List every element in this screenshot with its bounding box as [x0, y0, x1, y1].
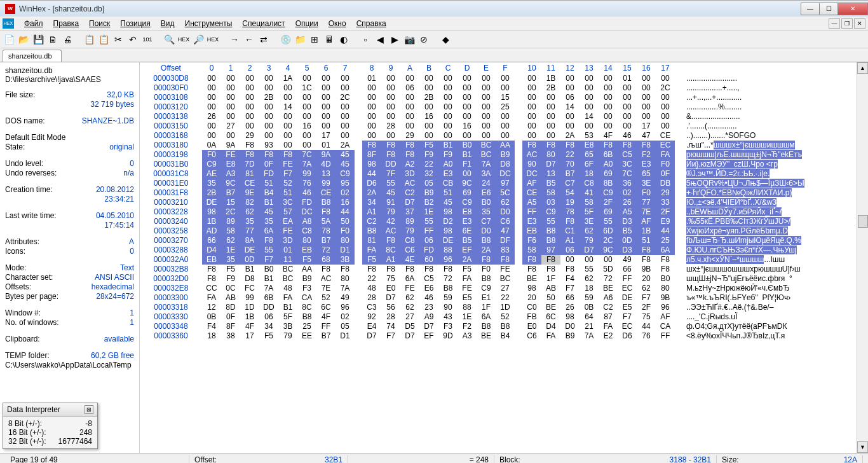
hex-byte[interactable]: 44	[637, 322, 656, 331]
hex-row[interactable]: 00003198F0FEF8F8F87C9A458FF8F8F9F9B1BCB9…	[140, 150, 857, 160]
hex-byte[interactable]: B8	[477, 274, 496, 284]
ascii-cell[interactable]: .'.......(..............	[675, 121, 837, 131]
hex-byte[interactable]: 00	[599, 102, 618, 112]
hex-byte[interactable]: EF	[419, 331, 438, 341]
hex-byte[interactable]: BC	[496, 274, 515, 284]
hex-byte[interactable]: 00	[522, 83, 541, 93]
hex-byte[interactable]: 00	[297, 112, 316, 121]
hex-byte[interactable]: B5	[618, 226, 637, 236]
hex-byte[interactable]: 00	[316, 112, 336, 121]
hex-byte[interactable]: 60	[419, 255, 438, 265]
hex-byte[interactable]: 00	[618, 112, 637, 121]
hex-byte[interactable]: 87	[599, 312, 618, 322]
hex-byte[interactable]: 2A	[458, 255, 477, 265]
hex-byte[interactable]: F8	[541, 265, 560, 274]
hex-byte[interactable]: 88	[458, 303, 477, 312]
hex-byte[interactable]: 20	[637, 274, 656, 284]
hex-byte[interactable]: 00	[618, 93, 637, 102]
hex-byte[interactable]: EE	[297, 331, 316, 341]
hex-byte[interactable]: 9B	[656, 293, 675, 303]
hex-byte[interactable]: 18	[202, 331, 221, 341]
hex-byte[interactable]: 13	[316, 169, 336, 179]
hex-byte[interactable]: B1	[240, 265, 259, 274]
hex-editor[interactable]: Offset 0123456789ABCDEF1011121314151617 …	[140, 62, 857, 453]
hex-byte[interactable]: 45	[259, 207, 278, 217]
ascii-cell[interactable]: fbЉш=Ђ·Ђ.шИmјыЮµёЯцё.Q.%	[675, 236, 837, 245]
hex-byte[interactable]: 8C	[381, 245, 400, 255]
hex-byte[interactable]: 79	[381, 207, 400, 217]
hex-byte[interactable]: 81	[240, 169, 259, 179]
mdi-close[interactable]: ✕	[854, 18, 865, 29]
hex-byte[interactable]: 00	[316, 74, 336, 83]
hex-byte[interactable]: 5A	[316, 217, 336, 226]
file-tab[interactable]: shanzeitou.db	[3, 50, 62, 62]
hex-byte[interactable]: 00	[202, 83, 221, 93]
hex-byte[interactable]: F0	[637, 188, 656, 198]
hex-byte[interactable]: AC	[381, 226, 400, 236]
hex-byte[interactable]: 9D	[438, 331, 458, 341]
hex-byte[interactable]: FF	[316, 322, 336, 331]
hex-byte[interactable]: 00	[477, 102, 496, 112]
hex-byte[interactable]: 00	[202, 121, 221, 131]
hex-byte[interactable]: 7F	[381, 169, 400, 179]
hex-byte[interactable]: 00	[637, 102, 656, 112]
hex-byte[interactable]: 02	[618, 188, 637, 198]
hex-byte[interactable]: 5F	[580, 207, 599, 217]
hex-byte[interactable]: 62	[580, 274, 599, 284]
hex-byte[interactable]: B8	[496, 322, 515, 331]
prev-icon[interactable]: ◀	[374, 33, 386, 46]
hex-byte[interactable]: 44	[656, 226, 675, 236]
hex-byte[interactable]: 79	[278, 331, 297, 341]
hex-byte[interactable]: 24	[477, 179, 496, 188]
hex-byte[interactable]: 97	[541, 245, 560, 255]
hex-byte[interactable]: 97	[496, 179, 515, 188]
hex-row[interactable]: 000032401B893535EAA85A50C2428955D2E3C7C6…	[140, 217, 857, 226]
hex-byte[interactable]: 34	[362, 198, 381, 207]
hex-byte[interactable]: 01	[278, 245, 297, 255]
hex-byte[interactable]: 55	[541, 217, 560, 226]
hex-byte[interactable]: 00	[259, 112, 278, 121]
hex-byte[interactable]: FE	[400, 284, 419, 293]
hex-byte[interactable]: C9	[336, 169, 355, 179]
hex-byte[interactable]: 00	[297, 131, 316, 141]
hex-byte[interactable]: 9C	[221, 179, 240, 188]
hex-byte[interactable]: A9	[419, 312, 438, 322]
hex-byte[interactable]: C5	[618, 150, 637, 160]
hex-byte[interactable]: DB	[656, 179, 675, 188]
hex-byte[interactable]: 98	[202, 207, 221, 217]
hex-byte[interactable]: FE	[496, 265, 515, 274]
hex-byte[interactable]: 80	[336, 236, 355, 245]
undo-icon[interactable]: ↶	[126, 33, 139, 46]
hex-byte[interactable]: 57	[278, 207, 297, 217]
hex-row[interactable]: 000032A0EB350DF711F5683BF5A14E60962AF8F8…	[140, 255, 857, 265]
hex-byte[interactable]: 00	[278, 121, 297, 131]
hex-byte[interactable]: 02	[336, 312, 355, 322]
hex-byte[interactable]: 00	[336, 131, 355, 141]
hex-byte[interactable]: 00	[259, 121, 278, 131]
hex-byte[interactable]: 42	[381, 217, 400, 226]
hex-byte[interactable]: 82	[240, 198, 259, 207]
hex-byte[interactable]: E8	[221, 160, 240, 169]
hex-byte[interactable]: 79	[580, 236, 599, 245]
hex-byte[interactable]: 2B	[541, 83, 560, 93]
hex-byte[interactable]: 35	[477, 207, 496, 217]
goto-icon[interactable]: →	[228, 33, 241, 46]
hex-byte[interactable]: 66	[560, 293, 580, 303]
hex-byte[interactable]: 9C	[458, 179, 477, 188]
hex-byte[interactable]: 8D	[221, 303, 240, 312]
hex-byte[interactable]: 2C	[221, 207, 240, 217]
hex-byte[interactable]: F8	[438, 265, 458, 274]
hex-byte[interactable]: 00	[541, 121, 560, 131]
hex-byte[interactable]: F8	[637, 141, 656, 150]
hex-byte[interactable]: 43	[438, 312, 458, 322]
hex-byte[interactable]: 58	[522, 245, 541, 255]
menu-specialist[interactable]: Специалист	[237, 18, 290, 29]
hex-byte[interactable]: F8	[618, 141, 637, 150]
menu-position[interactable]: Позиция	[115, 18, 155, 29]
hex-byte[interactable]: 06	[400, 83, 419, 93]
hex-byte[interactable]: 01	[618, 74, 637, 83]
hex-byte[interactable]: 00	[419, 121, 438, 131]
hex-byte[interactable]: 98	[522, 284, 541, 293]
hex-byte[interactable]: 1F	[477, 303, 496, 312]
hex-byte[interactable]: B7	[560, 169, 580, 179]
